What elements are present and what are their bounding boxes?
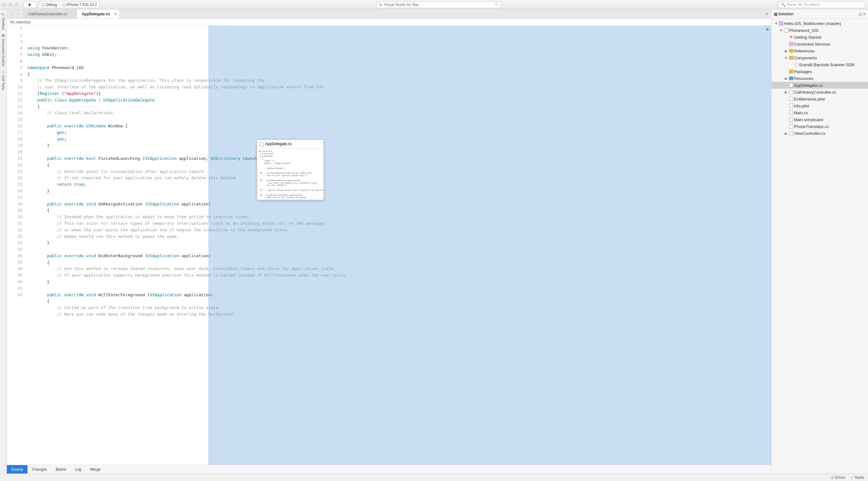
code-line[interactable]: // Invoked when the application is about… (26, 214, 771, 220)
tree-item[interactable]: ▼Components (772, 54, 868, 61)
editor-tab[interactable]: CallHistoryController.cs (23, 10, 77, 19)
bottom-tab-merge[interactable]: Merge (86, 465, 105, 474)
code-line[interactable]: } (26, 188, 771, 194)
code-line[interactable]: } (26, 142, 771, 149)
dock-button[interactable]: ◻ (859, 12, 862, 16)
tree-item[interactable]: Main.cs (772, 109, 868, 116)
run-configuration[interactable]: ▢ Debug › ▢ iPhone 7 iOS 10.2 (39, 1, 100, 8)
code-line[interactable]: return true; (26, 181, 771, 188)
code-line[interactable]: { (26, 162, 771, 168)
code-line[interactable]: namespace Phoneword_iOS (26, 65, 771, 71)
disclosure-icon[interactable]: ▶ (784, 77, 788, 80)
code-line[interactable] (26, 58, 771, 65)
code-line[interactable]: using UIKit; (26, 52, 771, 58)
tree-item[interactable]: ▶CallHistoryController.cs (772, 89, 868, 96)
code-line[interactable]: { (26, 104, 771, 110)
close-tab-icon[interactable]: × (114, 11, 117, 17)
bottom-tab-source[interactable]: Source (7, 465, 28, 474)
tree-item[interactable]: ⬡Scandit Barcode Scanner SDK (772, 61, 868, 68)
global-search[interactable]: 🔍 Press '⌘.' to search (778, 1, 866, 8)
item-label: Resources (794, 76, 813, 81)
tree-item[interactable]: ▶ViewController.cs (772, 130, 868, 137)
tree-item[interactable]: PhoneTranslator.cs (772, 123, 868, 130)
disclosure-icon[interactable]: ▶ (784, 91, 788, 94)
tree-item[interactable]: Entitlements.plist (772, 96, 868, 102)
code-line[interactable]: set; (26, 136, 771, 142)
breadcrumb[interactable]: No selection (7, 19, 771, 26)
code-line[interactable]: // Use this method to release shared res… (26, 266, 771, 272)
tasks-status[interactable]: ✓ Tasks (850, 475, 864, 480)
item-icon (788, 117, 794, 122)
code-line[interactable]: // Games should use this method to pause… (26, 233, 771, 240)
code-content[interactable]: using Foundation;using UIKit; namespace … (26, 26, 771, 465)
close-panel-button[interactable]: × (863, 12, 866, 16)
errors-status[interactable]: ⊘ Errors (831, 475, 845, 480)
document-outline-tab[interactable]: ▤Document Outline (1, 32, 6, 68)
code-line[interactable]: // Override point for customization afte… (26, 168, 771, 175)
bottom-tab-log[interactable]: Log (70, 465, 86, 474)
code-line[interactable]: public override void WillEnterForeground… (26, 292, 771, 298)
code-line[interactable] (26, 149, 771, 155)
disclosure-icon[interactable]: ▼ (784, 56, 788, 60)
code-line[interactable]: // Here you can undo many of the changes… (26, 311, 771, 318)
code-editor[interactable]: 1234567891011121314151617181920212223242… (7, 26, 771, 465)
tabs-dropdown-button[interactable]: ▾ (764, 11, 770, 16)
code-line[interactable]: // This can occur for certain types of t… (26, 220, 771, 227)
zoom-window-button[interactable] (15, 3, 19, 6)
code-line[interactable]: public override void DidEnterBackground … (26, 253, 771, 259)
code-line[interactable]: // User Interface of the application, as… (26, 84, 771, 91)
close-window-button[interactable] (2, 3, 6, 6)
tree-item[interactable]: ⚑Getting Started (772, 34, 868, 40)
code-line[interactable]: get; (26, 130, 771, 136)
tree-item[interactable]: Info.plist (772, 102, 868, 109)
tree-item[interactable]: AppDelegate.cs (772, 82, 868, 89)
code-line[interactable]: } (26, 279, 771, 285)
code-line[interactable]: // Called as part of the transiton from … (26, 304, 771, 311)
run-button[interactable] (24, 1, 36, 8)
disclosure-icon[interactable]: ▼ (774, 22, 778, 25)
code-line[interactable]: // If not required for your application … (26, 175, 771, 181)
item-icon (788, 42, 794, 46)
code-line[interactable]: public override void OnResignActivation … (26, 201, 771, 207)
tree-item[interactable]: Packages (772, 68, 868, 75)
code-line[interactable]: // The UIApplicationDelegate for the app… (26, 77, 771, 84)
minimize-window-button[interactable] (9, 3, 12, 6)
code-line[interactable]: // If your application supports backgrou… (26, 272, 771, 279)
solution-tree[interactable]: ▼Hello.iOS_MultiScreen (master)▼Phonewor… (772, 19, 868, 474)
nav-back-button[interactable]: ‹ (9, 11, 15, 17)
code-line[interactable]: public class AppDelegate : UIApplication… (26, 97, 771, 104)
code-line[interactable]: // class-level declarations (26, 110, 771, 117)
editor-tab[interactable]: AppDelegate.cs× (77, 10, 120, 19)
tree-item[interactable]: ▶Resources (772, 75, 868, 82)
solution-header: ▤ Solution ◻ × (772, 9, 868, 19)
tree-item[interactable]: ▼Phoneword_iOS (772, 27, 868, 34)
toolbox-tab[interactable]: 🔧Toolbox (1, 11, 6, 32)
tree-item[interactable]: Main.storyboard (772, 116, 868, 123)
disclosure-icon[interactable]: ▼ (779, 29, 783, 32)
code-line[interactable]: { (26, 207, 771, 214)
code-line[interactable] (26, 117, 771, 123)
code-line[interactable]: { (26, 259, 771, 266)
code-line[interactable] (26, 285, 771, 292)
code-line[interactable]: // or when the user quits the applicatio… (26, 227, 771, 233)
tree-item[interactable]: Connected Services (772, 40, 868, 47)
info-icon[interactable]: ⓘ (495, 2, 498, 7)
code-line[interactable]: using Foundation; (26, 45, 771, 52)
code-line[interactable] (26, 194, 771, 201)
code-line[interactable] (26, 246, 771, 253)
code-line[interactable]: public override UIWindow Window { (26, 123, 771, 130)
disclosure-icon[interactable]: ▶ (784, 49, 788, 53)
code-line[interactable]: } (26, 240, 771, 246)
code-line[interactable]: { (26, 71, 771, 78)
code-line[interactable]: public override bool FinishedLaunching (… (26, 155, 771, 162)
tree-item[interactable]: ▼Hello.iOS_MultiScreen (master) (772, 20, 868, 27)
status-bar: ⊘ Errors ✓ Tasks (0, 474, 868, 481)
tree-item[interactable]: ▶References (772, 47, 868, 54)
bottom-tab-blame[interactable]: Blame (51, 465, 70, 474)
code-line[interactable]: { (26, 298, 771, 304)
nav-forward-button[interactable]: › (15, 11, 21, 17)
disclosure-icon[interactable]: ▶ (784, 132, 788, 135)
bottom-tab-changes[interactable]: Changes (28, 465, 51, 474)
code-line[interactable]: [Register ("AppDelegate")] (26, 91, 771, 97)
unit-tests-tab[interactable]: ⚡Unit Tests (1, 68, 6, 92)
